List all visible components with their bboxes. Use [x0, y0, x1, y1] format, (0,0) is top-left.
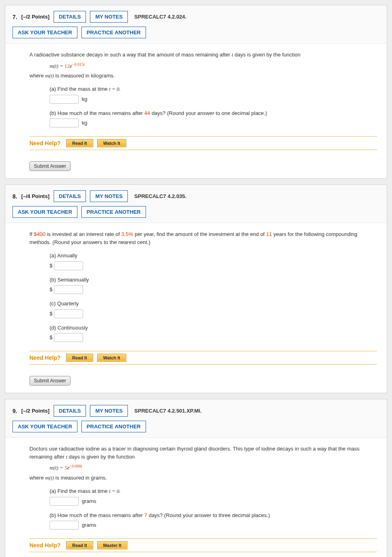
question-body: A radioactive substance decays in such a… — [5, 44, 387, 178]
points-label: [–/4 Points] — [21, 193, 50, 199]
where-clause: where m(t) is measured in grams. — [29, 474, 377, 482]
points-label: [–/2 Points] — [21, 408, 50, 414]
details-button[interactable]: DETAILS — [54, 11, 86, 23]
part-a: (a) Find the mass at time t = 0. grams — [50, 487, 377, 506]
unit-label: grams — [82, 522, 96, 528]
formula: m(t) = 12e−0.015t — [50, 62, 377, 69]
where-clause: where m(t) is measured in kilograms. — [29, 72, 377, 80]
read-it-button[interactable]: Read It — [66, 541, 93, 549]
part-d: (d) Continuously $ — [50, 324, 377, 342]
source-label: SPRECALC7 4.2.024. — [134, 14, 186, 20]
ask-teacher-button[interactable]: ASK YOUR TEACHER — [13, 27, 77, 38]
points-label: [–/2 Points] — [21, 14, 50, 20]
need-help-bar: Need Help? Read It Watch It — [29, 136, 377, 150]
answer-input-8c[interactable] — [54, 309, 83, 318]
ask-teacher-button[interactable]: ASK YOUR TEACHER — [13, 206, 77, 218]
answer-input-8d[interactable] — [54, 333, 83, 342]
submit-answer-button[interactable]: Submit Answer — [29, 161, 71, 171]
details-button[interactable]: DETAILS — [54, 405, 86, 417]
currency-prefix: $ — [50, 263, 52, 269]
part-a: (a) Find the mass at time t = 0. kg — [50, 85, 377, 104]
details-button[interactable]: DETAILS — [54, 190, 86, 202]
answer-input-8a[interactable] — [54, 261, 83, 270]
answer-input-9a[interactable] — [50, 497, 79, 506]
question-intro: A radioactive substance decays in such a… — [29, 51, 377, 59]
currency-prefix: $ — [50, 286, 52, 292]
part-b: (b) How much of the mass remains after 7… — [50, 511, 377, 530]
answer-input-7a[interactable] — [50, 95, 79, 104]
practice-another-button[interactable]: PRACTICE ANOTHER — [81, 206, 146, 218]
submit-answer-button[interactable]: Submit Answer — [29, 376, 71, 386]
part-b: (b) How much of the mass remains after 4… — [50, 109, 377, 128]
read-it-button[interactable]: Read It — [66, 354, 93, 362]
practice-another-button[interactable]: PRACTICE ANOTHER — [81, 421, 146, 432]
need-help-bar: Need Help? Read It Watch It — [29, 351, 377, 365]
answer-input-8b[interactable] — [54, 285, 83, 294]
ask-teacher-button[interactable]: ASK YOUR TEACHER — [13, 421, 77, 432]
answer-input-9b[interactable] — [50, 521, 79, 530]
question-number: 7. — [13, 14, 17, 20]
answer-input-7b[interactable] — [50, 119, 79, 127]
practice-another-button[interactable]: PRACTICE ANOTHER — [81, 27, 146, 38]
question-header: 9. [–/2 Points] DETAILS MY NOTES SPRECAL… — [5, 399, 387, 438]
my-notes-button[interactable]: MY NOTES — [90, 405, 128, 417]
master-it-button[interactable]: Master It — [97, 541, 127, 549]
source-label: SPRECALC7 4.2.501.XP.MI. — [134, 408, 202, 414]
question-header: 7. [–/2 Points] DETAILS MY NOTES SPRECAL… — [5, 5, 387, 44]
question-body: If $400 is invested at an interest rate … — [5, 223, 387, 393]
question-intro: If $400 is invested at an interest rate … — [29, 230, 377, 246]
question-intro: Doctors use radioactive iodine as a trac… — [29, 445, 377, 461]
need-help-bar: Need Help? Read It Master It — [29, 538, 377, 552]
source-label: SPRECALC7 4.2.035. — [134, 193, 186, 199]
watch-it-button[interactable]: Watch It — [97, 139, 126, 147]
part-a: (a) Annually $ — [50, 252, 377, 270]
question-number: 9. — [13, 408, 17, 414]
my-notes-button[interactable]: MY NOTES — [90, 190, 128, 202]
currency-prefix: $ — [50, 311, 52, 317]
unit-label: kg — [82, 120, 88, 126]
question-number: 8. — [13, 193, 17, 200]
read-it-button[interactable]: Read It — [66, 139, 93, 147]
question-header: 8. [–/4 Points] DETAILS MY NOTES SPRECAL… — [5, 185, 387, 223]
my-notes-button[interactable]: MY NOTES — [90, 11, 128, 23]
unit-label: grams — [82, 498, 96, 504]
question-8: 8. [–/4 Points] DETAILS MY NOTES SPRECAL… — [5, 184, 387, 393]
part-c: (c) Quarterly $ — [50, 300, 377, 318]
currency-prefix: $ — [50, 334, 52, 340]
need-help-label: Need Help? — [29, 542, 60, 549]
need-help-label: Need Help? — [29, 355, 60, 361]
unit-label: kg — [82, 96, 88, 102]
question-body: Doctors use radioactive iodine as a trac… — [5, 438, 387, 557]
formula: m(t) = 5e−0.086t — [50, 464, 377, 471]
watch-it-button[interactable]: Watch It — [97, 354, 126, 362]
need-help-label: Need Help? — [29, 140, 60, 146]
question-7: 7. [–/2 Points] DETAILS MY NOTES SPRECAL… — [5, 5, 387, 179]
question-9: 9. [–/2 Points] DETAILS MY NOTES SPRECAL… — [5, 399, 387, 557]
part-b: (b) Semiannually $ — [50, 276, 377, 294]
